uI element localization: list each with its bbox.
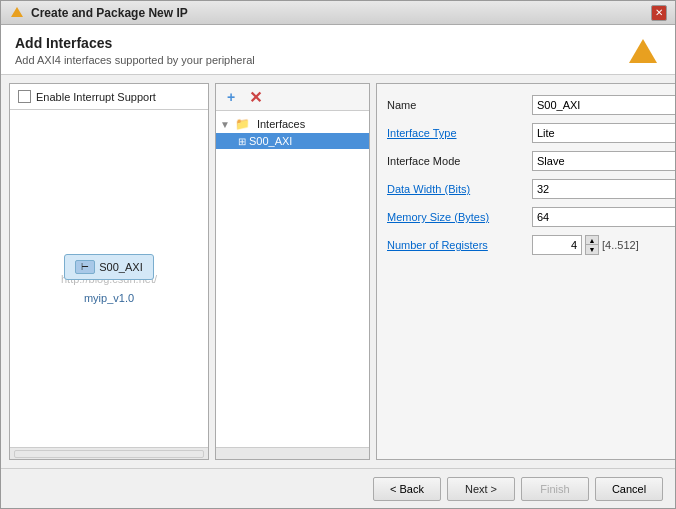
interface-mode-label: Interface Mode xyxy=(387,155,532,167)
s00-axi-label: S00_AXI xyxy=(249,135,292,147)
interfaces-folder-item[interactable]: ▼ 📁 Interfaces xyxy=(216,115,369,133)
finish-button[interactable]: Finish xyxy=(521,477,589,501)
window-title: Create and Package New IP xyxy=(31,6,188,20)
data-width-label[interactable]: Data Width (Bits) xyxy=(387,183,532,195)
page-title: Add Interfaces xyxy=(15,35,661,51)
interface-mode-value: Slave ▼ xyxy=(532,151,675,171)
ip-block-label: S00_AXI xyxy=(99,261,142,273)
interface-mode-selected: Slave xyxy=(537,155,565,167)
data-width-value: 32 ▼ xyxy=(532,179,675,199)
scrollbar-track xyxy=(14,450,204,458)
name-input[interactable] xyxy=(532,95,675,115)
s00-axi-tree-item[interactable]: ⊞ S00_AXI xyxy=(216,133,369,149)
left-panel-scrollbar[interactable] xyxy=(10,447,208,459)
interface-type-row: Interface Type Lite ▼ xyxy=(387,122,675,144)
next-button[interactable]: Next > xyxy=(447,477,515,501)
expand-arrow-icon: ▼ xyxy=(220,119,230,130)
interface-type-label[interactable]: Interface Type xyxy=(387,127,532,139)
num-registers-input[interactable] xyxy=(532,235,582,255)
close-button[interactable]: ✕ xyxy=(651,5,667,21)
data-width-dropdown[interactable]: 32 ▼ xyxy=(532,179,675,199)
cancel-button[interactable]: Cancel xyxy=(595,477,663,501)
num-registers-row: Number of Registers ▲ ▼ [4..512] xyxy=(387,234,675,256)
interface-mode-dropdown[interactable]: Slave ▼ xyxy=(532,151,675,171)
interface-type-selected: Lite xyxy=(537,127,555,139)
memory-size-dropdown[interactable]: 64 ▼ xyxy=(532,207,675,227)
spin-up-button[interactable]: ▲ xyxy=(585,235,599,245)
header-section: Add Interfaces Add AXI4 interfaces suppo… xyxy=(1,25,675,75)
interface-type-value: Lite ▼ xyxy=(532,123,675,143)
num-registers-label[interactable]: Number of Registers xyxy=(387,239,532,251)
interface-icon: ⊞ xyxy=(238,136,246,147)
title-bar-left: Create and Package New IP xyxy=(9,5,188,21)
ip-connector: ⊢ xyxy=(75,260,95,274)
memory-size-value: 64 ▼ xyxy=(532,207,675,227)
interface-mode-row: Interface Mode Slave ▼ xyxy=(387,150,675,172)
memory-size-label[interactable]: Memory Size (Bytes) xyxy=(387,211,532,223)
enable-interrupt-checkbox[interactable] xyxy=(18,90,31,103)
spin-down-button[interactable]: ▼ xyxy=(585,245,599,255)
spin-buttons: ▲ ▼ xyxy=(585,235,599,255)
left-panel: Enable Interrupt Support http://blog.csd… xyxy=(9,83,209,460)
data-width-selected: 32 xyxy=(537,183,549,195)
name-row: Name ✕ xyxy=(387,94,675,116)
interfaces-folder-label: Interfaces xyxy=(253,118,305,130)
folder-icon: 📁 xyxy=(235,117,250,131)
name-label: Name xyxy=(387,99,532,111)
ip-canvas: http://blog.csdn.net/ ⊢ S00_AXI myip_v1.… xyxy=(10,110,208,447)
title-bar: Create and Package New IP ✕ xyxy=(1,1,675,25)
ip-block: ⊢ S00_AXI xyxy=(64,254,153,280)
enable-interrupt-label: Enable Interrupt Support xyxy=(36,91,156,103)
svg-marker-0 xyxy=(11,7,23,17)
footer: < Back Next > Finish Cancel xyxy=(1,468,675,508)
back-button[interactable]: < Back xyxy=(373,477,441,501)
app-icon xyxy=(9,5,25,21)
content-area: Enable Interrupt Support http://blog.csd… xyxy=(1,75,675,468)
interface-type-dropdown[interactable]: Lite ▼ xyxy=(532,123,675,143)
right-panel: Name ✕ Interface Type Lite ▼ Interfac xyxy=(376,83,675,460)
name-value: ✕ xyxy=(532,95,675,115)
memory-size-selected: 64 xyxy=(537,211,549,223)
enable-interrupt-row: Enable Interrupt Support xyxy=(10,84,208,110)
middle-panel-scrollbar[interactable] xyxy=(216,447,369,459)
page-subtitle: Add AXI4 interfaces supported by your pe… xyxy=(15,54,661,66)
middle-panel: + ✕ ▼ 📁 Interfaces ⊞ S00_AXI xyxy=(215,83,370,460)
main-window: Create and Package New IP ✕ Add Interfac… xyxy=(0,0,676,509)
num-registers-value: ▲ ▼ [4..512] xyxy=(532,235,675,255)
add-interface-button[interactable]: + xyxy=(222,88,240,106)
tree-toolbar: + ✕ xyxy=(216,84,369,111)
num-registers-range: [4..512] xyxy=(602,239,639,251)
delete-interface-button[interactable]: ✕ xyxy=(246,88,264,106)
svg-marker-1 xyxy=(629,39,657,63)
ip-name-label: myip_v1.0 xyxy=(84,292,134,304)
vivado-logo xyxy=(625,35,661,71)
memory-size-row: Memory Size (Bytes) 64 ▼ xyxy=(387,206,675,228)
num-registers-input-group: ▲ ▼ [4..512] xyxy=(532,235,639,255)
tree-content: ▼ 📁 Interfaces ⊞ S00_AXI xyxy=(216,111,369,447)
data-width-row: Data Width (Bits) 32 ▼ xyxy=(387,178,675,200)
